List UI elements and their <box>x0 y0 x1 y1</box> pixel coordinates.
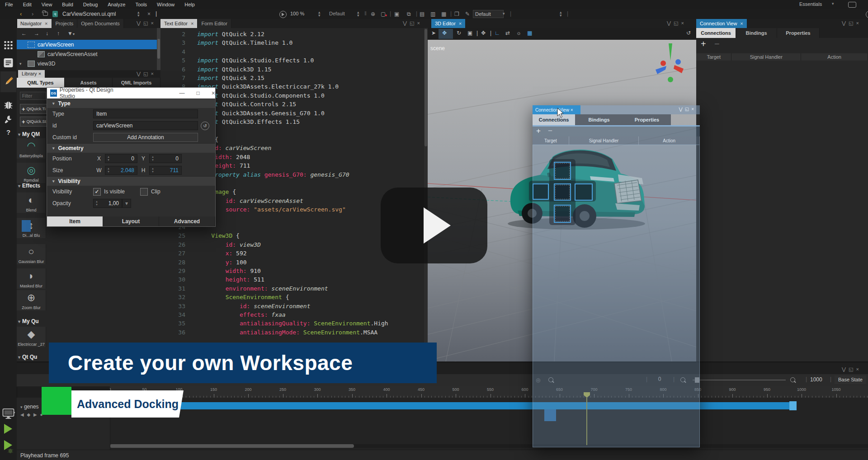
position-x-stepper[interactable]: ▲▼0 <box>105 154 137 163</box>
code-line-29[interactable]: 29 width: 910 <box>172 267 388 275</box>
type-field[interactable]: Item <box>93 109 198 118</box>
connection-tab-connections[interactable]: Connections <box>696 28 736 38</box>
is-visible-checkbox[interactable]: ✓ <box>93 188 101 196</box>
navigator-panel-controls[interactable]: ⋁◱× <box>137 20 156 26</box>
menu-window[interactable]: Window <box>152 2 179 7</box>
code-line-27[interactable]: 27 x: 592 <box>172 249 388 258</box>
menu-tools[interactable]: Tools <box>130 2 152 7</box>
axis-gizmo[interactable] <box>652 41 689 86</box>
menu-file[interactable]: File <box>0 2 18 7</box>
properties-dialog[interactable]: DS Properties - Qt Design Studio — □ × ▾… <box>47 87 216 227</box>
floating-panel-controls[interactable]: ⋁◱× <box>679 107 697 112</box>
document-title[interactable]: CarViewScreen.ui.qml <box>62 11 116 17</box>
dock-drop-top[interactable] <box>554 162 571 180</box>
tab-navigator[interactable]: Navigator× <box>17 19 52 28</box>
maximize-icon[interactable]: □ <box>197 90 200 96</box>
id-field[interactable]: carViewScreen <box>93 121 198 130</box>
tab-connection-view[interactable]: Connection View× <box>696 19 747 28</box>
timeline-track-end-cap[interactable] <box>789 401 797 410</box>
debug-mode-bug-icon[interactable] <box>0 99 17 110</box>
floating-tab-bindings[interactable]: Bindings <box>575 114 623 125</box>
code-line-32[interactable]: 32 SceneEnvironment { <box>172 293 388 301</box>
library-item-electriccar-27[interactable]: ◆Electriccar _27 <box>17 327 46 347</box>
navigator-scrollbar[interactable] <box>157 28 160 70</box>
opacity-stepper[interactable]: ▲▼1,00 <box>93 199 122 208</box>
code-line-35[interactable]: 35 antialiasingQuality: SceneEnvironment… <box>172 319 388 328</box>
rotate-tool-icon[interactable]: ↻ <box>457 30 461 36</box>
tab-library[interactable]: Library × <box>18 70 45 78</box>
state-selector[interactable]: Default <box>473 10 504 18</box>
dialog-tab-item[interactable]: Item <box>47 216 103 226</box>
code-line-28[interactable]: 28 y: 100 <box>172 258 388 267</box>
code-line-36[interactable]: 36 antialiasingMode: SceneEnvironment.MS… <box>172 328 388 337</box>
library-section-qt-qu[interactable]: ▾Qt Qu <box>18 354 37 360</box>
filter-icon[interactable]: ▼▾ <box>67 30 75 37</box>
tab-3d-editor[interactable]: 3D Editor× <box>431 19 466 28</box>
column-view-icon[interactable]: ▥ <box>430 11 435 17</box>
floating-connection-view[interactable]: Connection View × ⋁◱× ConnectionsBinding… <box>533 105 700 447</box>
move-tool-icon[interactable]: ✥ <box>442 30 447 36</box>
code-line-3[interactable]: 3import QtQuick.Timeline 1.0 <box>172 38 388 47</box>
library-item-gaussian-blur[interactable]: ○Gaussian Blur <box>17 244 46 264</box>
menu-view[interactable]: View <box>37 2 57 7</box>
apps-grid-icon[interactable] <box>0 41 17 50</box>
reset-view-icon[interactable]: ↺ <box>686 30 691 36</box>
code-line-7[interactable]: 7import QtQuick 2.15 <box>172 74 388 82</box>
kit-monitor-icon[interactable] <box>0 408 17 419</box>
zoom-level[interactable]: 100 % <box>290 11 304 16</box>
window-layout-icon[interactable]: ❐ <box>454 11 459 17</box>
section-geometry[interactable]: ▾Geometry <box>47 143 215 153</box>
tree-item-carViewScreen[interactable]: carViewScreen <box>17 40 160 49</box>
floating-tab-properties[interactable]: Properties <box>623 114 671 125</box>
code-line-4[interactable]: 4 <box>172 47 388 56</box>
edit-mode-icon[interactable] <box>0 58 17 68</box>
texteditor-panel-controls[interactable]: ⋁◱× <box>403 20 423 26</box>
dialog-titlebar[interactable]: DS Properties - Qt Design Studio — □ × <box>47 88 215 99</box>
library-item-blend[interactable]: ◐Blend <box>17 192 46 213</box>
size-h-stepper[interactable]: ▲▼711 <box>149 166 182 175</box>
code-line-5[interactable]: 5import QtQuick.Studio.Effects 1.0 <box>172 56 388 65</box>
code-line-6[interactable]: 6import QtQuick3D 1.15 <box>172 65 388 74</box>
edit-annotation-icon[interactable]: ✎ <box>465 11 470 17</box>
code-line-26[interactable]: 26 id: view3D <box>172 240 388 249</box>
floating-add-button[interactable]: + <box>536 127 541 136</box>
select-tool-icon[interactable]: ➤ <box>431 30 436 36</box>
move-left-icon[interactable]: ← <box>21 30 27 37</box>
scale-tool-icon[interactable]: ▣ <box>467 30 472 36</box>
remove-connection-button[interactable]: − <box>714 39 720 49</box>
grid-toggle-icon[interactable]: ▦ <box>527 30 532 36</box>
move-down-icon[interactable]: ↓ <box>46 30 48 37</box>
section-type[interactable]: ▾Type <box>47 99 215 108</box>
feedback-bubble-icon[interactable] <box>848 2 856 8</box>
timeline-track-row[interactable]: ▾ genes <box>20 404 39 410</box>
library-item-rpmdial[interactable]: ◎Rpmdial <box>17 163 46 183</box>
video-play-icon[interactable] <box>866 11 868 18</box>
run-button[interactable] <box>4 424 12 434</box>
back-arrow-icon[interactable]: ‹ <box>20 10 22 17</box>
menu-edit[interactable]: Edit <box>18 2 37 7</box>
minimize-icon[interactable]: — <box>179 90 185 96</box>
zoom-in-icon[interactable] <box>790 377 795 384</box>
tab-text-editor[interactable]: Text Editor× <box>160 19 198 28</box>
library-section-effects[interactable]: ▾Effects <box>18 183 40 189</box>
timeline-zoom-slider[interactable] <box>693 380 786 380</box>
add-annotation-button[interactable]: Add Annotation <box>93 133 198 142</box>
code-line-30[interactable]: 30 height: 511 <box>172 275 388 284</box>
tab-open-documents[interactable]: Open Documents <box>77 19 124 28</box>
timeline-hscrollbar[interactable] <box>110 444 354 448</box>
library-item-masked-blur[interactable]: ◗Masked Blur <box>17 268 46 289</box>
tree-item-view3D[interactable]: ▾view3D <box>17 59 160 68</box>
library-section-my-qu[interactable]: ▾My Qu <box>18 318 39 324</box>
code-line-31[interactable]: 31 environment: sceneEnvironment <box>172 284 388 293</box>
library-section-my-qm[interactable]: ▾My QM <box>18 131 40 137</box>
keyframe-nav-icons[interactable]: ◀ ◆ ▶ ● <box>20 412 43 417</box>
help-icon[interactable]: ? <box>0 128 17 136</box>
add-connection-button[interactable]: + <box>701 39 706 49</box>
dock-drop-center[interactable] <box>554 183 571 201</box>
code-line-2[interactable]: 2import QtQuick 2.12 <box>172 30 388 38</box>
menu-help[interactable]: Help <box>179 2 200 7</box>
move-up-icon[interactable]: ↑ <box>57 30 60 37</box>
floating-tab-connections[interactable]: Connections <box>533 114 575 125</box>
id-reset-icon[interactable]: ↺ <box>201 122 209 130</box>
tab-projects[interactable]: Projects <box>52 19 78 28</box>
